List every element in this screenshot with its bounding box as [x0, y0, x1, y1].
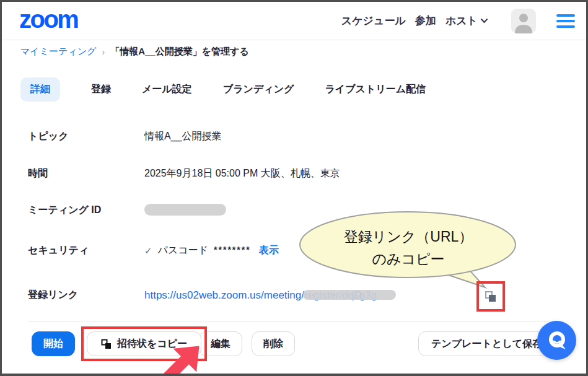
chevron-down-icon — [480, 18, 488, 24]
copy-url-icon[interactable] — [483, 289, 498, 304]
hamburger-bar — [556, 20, 575, 22]
avatar[interactable] — [511, 9, 536, 33]
row-registration-link: 登録リンク https://us02web.zoom.us/meeting/re… — [28, 289, 377, 302]
copy-invitation-highlight-box: 招待状をコピー — [81, 326, 207, 361]
meeting-tabs: 詳細 登録 メール設定 ブランディング ライブストリーム配信 — [20, 77, 426, 102]
save-as-template-button[interactable]: テンプレートとして保存 — [418, 331, 555, 356]
zoom-logo[interactable]: zoom — [19, 7, 77, 35]
hamburger-bar — [556, 14, 575, 17]
copy-url-highlight-box — [476, 281, 505, 312]
meeting-id-redacted — [144, 204, 226, 216]
tab-details[interactable]: 詳細 — [20, 77, 60, 102]
row-security: セキュリティ ✓ パスコード ******** 表示 — [28, 244, 279, 257]
topic-label: トピック — [28, 130, 144, 143]
row-topic: トピック 情報A__公開授業 — [28, 130, 221, 143]
hamburger-bar — [556, 25, 575, 28]
tab-email-settings[interactable]: メール設定 — [142, 77, 192, 102]
nav-host[interactable]: ホスト — [445, 14, 488, 28]
security-value: ✓ パスコード ******** 表示 — [144, 244, 279, 257]
passcode-mask: ******** — [214, 245, 251, 255]
passcode-label: パスコード — [158, 244, 209, 257]
tab-livestream[interactable]: ライブストリーム配信 — [325, 77, 426, 102]
checkmark-icon: ✓ — [144, 245, 152, 256]
nav-schedule[interactable]: スケジュール — [341, 14, 406, 28]
chat-bubble-icon — [546, 330, 568, 352]
breadcrumb-current: 「情報A__公開授業」を管理する — [110, 46, 249, 58]
time-label: 時間 — [28, 167, 144, 180]
meeting-id-value — [144, 204, 226, 218]
registration-url-redacted — [303, 290, 396, 300]
registration-link-label: 登録リンク — [28, 289, 144, 302]
start-button[interactable]: 開始 — [32, 331, 75, 356]
copy-invitation-label: 招待状をコピー — [117, 338, 187, 351]
hamburger-menu-icon[interactable] — [556, 14, 575, 28]
delete-button[interactable]: 削除 — [252, 331, 295, 356]
breadcrumb: マイミーティング › 「情報A__公開授業」を管理する — [20, 46, 249, 58]
row-meeting-id: ミーティング ID — [28, 204, 226, 218]
security-label: セキュリティ — [28, 244, 144, 257]
breadcrumb-my-meetings-link[interactable]: マイミーティング — [20, 46, 96, 58]
copy-icon — [101, 339, 112, 349]
registration-url-link[interactable]: https://us02web.zoom.us/meeting/register… — [144, 289, 377, 301]
breadcrumb-separator: › — [102, 47, 105, 57]
top-header: zoom スケジュール 参加 ホスト — [2, 2, 586, 40]
copy-invitation-button[interactable]: 招待状をコピー — [87, 331, 201, 356]
callout-line2: のみコピー — [309, 248, 508, 271]
nav-host-label: ホスト — [445, 14, 478, 28]
nav-join[interactable]: 参加 — [415, 14, 436, 28]
topic-value: 情報A__公開授業 — [144, 130, 221, 143]
tab-registration[interactable]: 登録 — [91, 77, 111, 102]
meeting-id-label: ミーティング ID — [28, 204, 144, 218]
zoom-meeting-manage-page: zoom スケジュール 参加 ホスト — [0, 0, 588, 376]
time-value: 2025年9月18日 05:00 PM 大阪、札幌、東京 — [144, 167, 340, 180]
passcode-show-link[interactable]: 表示 — [259, 244, 279, 257]
registration-link-value: https://us02web.zoom.us/meeting/register… — [144, 289, 377, 302]
tab-branding[interactable]: ブランディング — [223, 77, 294, 102]
header-nav: スケジュール 参加 ホスト — [341, 9, 575, 33]
section-divider — [28, 321, 561, 322]
callout-text: 登録リンク（URL） のみコピー — [309, 226, 508, 270]
row-time: 時間 2025年9月18日 05:00 PM 大阪、札幌、東京 — [28, 167, 340, 180]
person-icon — [511, 9, 536, 33]
callout-line1: 登録リンク（URL） — [309, 226, 508, 248]
support-chat-button[interactable] — [537, 321, 576, 360]
